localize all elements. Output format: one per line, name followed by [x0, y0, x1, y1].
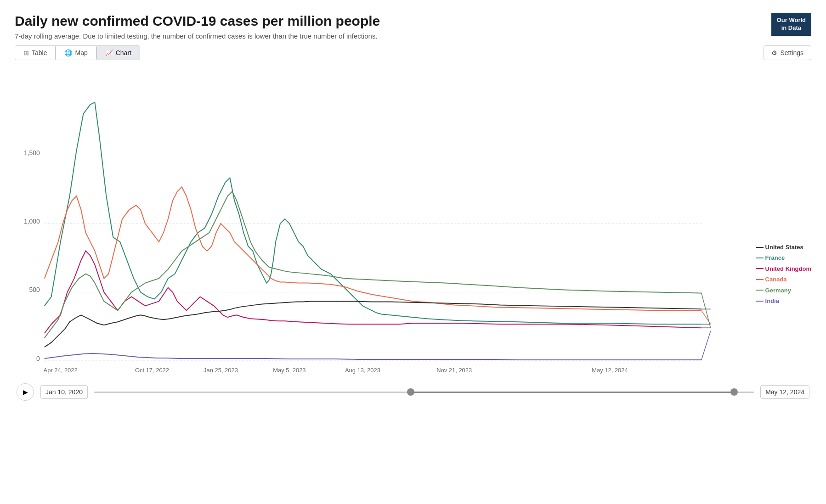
legend-item-france[interactable]: France: [756, 252, 811, 263]
tab-map[interactable]: 🌐 Map: [56, 46, 96, 60]
svg-text:Apr 24, 2022: Apr 24, 2022: [44, 367, 78, 374]
legend-label-france: France: [765, 252, 785, 263]
legend-label-canada: Canada: [765, 274, 787, 285]
tab-table[interactable]: ⊞ Table: [15, 46, 56, 60]
tab-group: ⊞ Table 🌐 Map 📈 Chart: [15, 45, 140, 60]
legend-color-india: [756, 301, 764, 302]
slider-thumb-right[interactable]: [730, 388, 738, 396]
chart-legend: United States France United Kingdom Cana…: [756, 242, 811, 306]
svg-text:Aug 13, 2023: Aug 13, 2023: [345, 367, 380, 374]
play-button[interactable]: ▶: [17, 383, 34, 401]
timeline-bar: ▶ Jan 10, 2020 May 12, 2024: [15, 383, 811, 401]
svg-text:Jan 25, 2023: Jan 25, 2023: [204, 367, 238, 374]
owid-logo: Our World in Data: [771, 13, 811, 36]
timeline-slider[interactable]: [94, 387, 754, 397]
svg-line-19: [702, 293, 711, 328]
legend-label-uk: United Kingdom: [765, 263, 811, 274]
page-title: Daily new confirmed COVID-19 cases per m…: [15, 13, 380, 29]
svg-text:Oct 17, 2022: Oct 17, 2022: [135, 367, 169, 374]
legend-color-canada: [756, 279, 764, 280]
legend-color-france: [756, 258, 764, 258]
legend-label-india: India: [765, 296, 779, 306]
slider-fill: [411, 392, 734, 393]
svg-text:Nov 21, 2023: Nov 21, 2023: [436, 367, 472, 374]
legend-item-us[interactable]: United States: [756, 242, 811, 252]
legend-color-us: [756, 247, 764, 248]
svg-text:500: 500: [29, 286, 40, 293]
svg-line-20: [702, 331, 711, 360]
legend-item-uk[interactable]: United Kingdom: [756, 263, 811, 274]
toolbar: ⊞ Table 🌐 Map 📈 Chart ⚙ Settings: [15, 45, 811, 60]
svg-text:May 5, 2023: May 5, 2023: [273, 367, 306, 374]
table-icon: ⊞: [23, 49, 29, 56]
legend-label-germany: Germany: [765, 285, 791, 296]
legend-item-germany[interactable]: Germany: [756, 285, 811, 296]
svg-text:1,000: 1,000: [24, 218, 40, 225]
page-header: Daily new confirmed COVID-19 cases per m…: [15, 13, 811, 40]
svg-text:May 12, 2024: May 12, 2024: [592, 367, 628, 374]
legend-item-canada[interactable]: Canada: [756, 274, 811, 285]
slider-track: [94, 392, 754, 393]
gear-icon: ⚙: [771, 49, 777, 56]
settings-button[interactable]: ⚙ Settings: [764, 45, 811, 60]
title-area: Daily new confirmed COVID-19 cases per m…: [15, 13, 380, 40]
legend-label-us: United States: [765, 242, 803, 252]
globe-icon: 🌐: [64, 49, 72, 56]
legend-color-germany: [756, 290, 764, 291]
chart-area: 0 500 1,000 1,500 Apr 24, 2022 Oct 17, 2…: [15, 67, 811, 380]
play-icon: ▶: [23, 388, 28, 396]
legend-color-uk: [756, 268, 764, 269]
chart-icon: 📈: [105, 49, 113, 56]
page-subtitle: 7-day rolling average. Due to limited te…: [15, 32, 380, 40]
slider-thumb-left[interactable]: [407, 388, 414, 396]
main-chart: 0 500 1,000 1,500 Apr 24, 2022 Oct 17, 2…: [15, 67, 811, 380]
svg-text:1,500: 1,500: [24, 149, 40, 157]
end-date-label: May 12, 2024: [760, 385, 809, 399]
tab-chart[interactable]: 📈 Chart: [97, 46, 140, 60]
legend-item-india[interactable]: India: [756, 296, 811, 306]
start-date-label: Jan 10, 2020: [40, 385, 88, 399]
svg-text:0: 0: [36, 355, 40, 362]
